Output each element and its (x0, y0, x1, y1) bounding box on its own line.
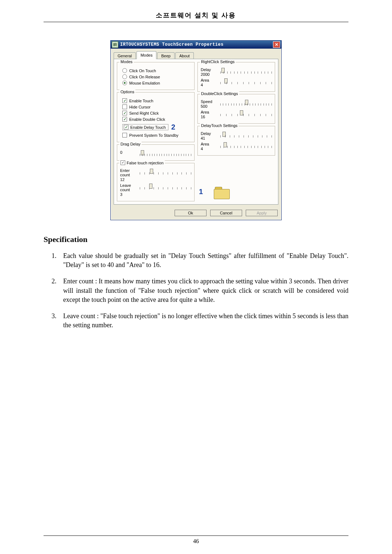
rightclick-group: RightClick Settings Delay 2000 (197, 62, 275, 92)
tab-about[interactable]: About (175, 52, 194, 59)
rightclick-delay-value: 2000 (201, 72, 217, 77)
dialog-button-row: Ok Cancel Apply (111, 208, 281, 220)
option-label: Enable Double Click (129, 117, 165, 122)
radio-icon (122, 74, 127, 79)
leave-count-slider[interactable]: Leave count 3 (120, 183, 191, 197)
enter-count-label: Enter count (120, 168, 137, 177)
checkbox-icon: ✓ (124, 125, 128, 130)
right-column: RightClick Settings Delay 2000 (197, 62, 275, 201)
slider-track[interactable] (140, 169, 191, 175)
mode-click-on-release[interactable]: Click On Release (122, 74, 191, 79)
slider-track[interactable] (140, 151, 191, 156)
spec-list: Each value should be gradually set in "D… (44, 251, 348, 330)
option-label: Send Right Click (129, 111, 159, 115)
checkbox-icon: ✓ (122, 111, 127, 115)
left-column: Modes Click On Touch Click On Release Mo… (117, 62, 195, 201)
enter-count-value: 12 (120, 177, 137, 182)
option-label: Hide Cursor (129, 105, 151, 109)
doubleclick-area-slider[interactable]: Area 16 (201, 110, 272, 119)
apply-button[interactable]: Apply (246, 210, 278, 216)
spec-item-1: Each value should be gradually set in "D… (58, 251, 348, 270)
option-send-right-click[interactable]: ✓ Send Right Click (122, 111, 191, 115)
spec-heading: Specification (44, 235, 348, 244)
delaytouch-area-label: Area (201, 142, 217, 146)
checkbox-icon: ✓ (122, 117, 127, 122)
option-enable-delay-touch[interactable]: ✓ Enable Delay Touch 2 (122, 123, 191, 131)
radio-icon (122, 68, 127, 73)
tab-modes[interactable]: Modes (136, 51, 156, 59)
spec-item-3: Leave count : "False touch rejection" is… (58, 312, 348, 330)
mode-mouse-emulation[interactable]: Mouse Emulation (122, 81, 191, 85)
drag-delay-slider[interactable]: 0 (120, 150, 191, 156)
tab-strip: General Modes Beep About (111, 49, 281, 59)
slider-track[interactable] (220, 111, 272, 116)
modes-group: Modes Click On Touch Click On Release Mo… (117, 62, 195, 90)
doubleclick-area-label: Area (201, 110, 217, 114)
slider-track[interactable] (220, 143, 272, 148)
tab-general[interactable]: General (114, 52, 136, 59)
annotation-1: 1 (199, 188, 203, 196)
leave-count-label: Leave count (120, 183, 137, 192)
ok-button[interactable]: Ok (175, 210, 207, 216)
delaytouch-delay-label: Delay (201, 131, 217, 136)
modes-legend: Modes (119, 59, 134, 64)
doubleclick-area-value: 16 (201, 115, 217, 119)
rightclick-delay-slider[interactable]: Delay 2000 (201, 67, 272, 77)
rightclick-area-label: Area (201, 78, 217, 82)
mode-click-on-touch[interactable]: Click On Touch (122, 68, 191, 73)
slider-track[interactable] (220, 69, 272, 74)
option-enable-touch[interactable]: ✓ Enable Touch (122, 98, 191, 103)
doubleclick-speed-value: 500 (201, 104, 217, 108)
slider-track[interactable] (220, 132, 272, 138)
delaytouch-area-slider[interactable]: Area 4 (201, 142, 272, 151)
window-close-button[interactable]: ✕ (273, 41, 280, 48)
options-group: Options ✓ Enable Touch Hide Cursor ✓ Sen… (117, 92, 195, 142)
checkbox-icon: ✓ (122, 98, 127, 103)
doubleclick-speed-label: Speed (201, 99, 217, 104)
slider-track[interactable] (220, 100, 272, 106)
rightclick-area-value: 4 (201, 83, 217, 87)
option-label: Enable Touch (129, 99, 153, 103)
enter-count-slider[interactable]: Enter count 12 (120, 168, 191, 182)
checkbox-icon (122, 104, 127, 109)
radio-label: Mouse Emulation (129, 81, 160, 85)
properties-dialog: IR IRTOUCHSYSTEMS TouchScreen Properties… (110, 40, 282, 220)
page-number: 46 (44, 535, 348, 545)
delaytouch-delay-slider[interactable]: Delay 41 (201, 131, 272, 140)
option-label: Prevent System To Standby (129, 133, 179, 138)
option-prevent-standby[interactable]: Prevent System To Standby (122, 133, 191, 138)
folder-icon[interactable] (214, 187, 230, 199)
option-label: Enable Delay Touch (130, 125, 166, 130)
rightclick-legend: RightClick Settings (200, 59, 236, 64)
options-legend: Options (119, 90, 135, 94)
page-header: 소프트웨어 설치 및 사용 (44, 11, 348, 22)
false-touch-legend[interactable]: ✓ False touch rejection (119, 160, 165, 165)
drag-delay-group: Drag Delay 0 (117, 144, 195, 161)
delaytouch-legend: DelayTouch Settings (200, 123, 238, 128)
checkbox-icon: ✓ (121, 160, 125, 165)
doubleclick-speed-slider[interactable]: Speed 500 (201, 99, 272, 108)
option-hide-cursor[interactable]: Hide Cursor (122, 104, 191, 109)
cancel-button[interactable]: Cancel (210, 210, 242, 216)
delaytouch-group: DelayTouch Settings Delay 41 (197, 126, 275, 156)
title-bar: IR IRTOUCHSYSTEMS TouchScreen Properties… (111, 41, 281, 49)
false-touch-legend-text: False touch rejection (127, 161, 164, 165)
drag-delay-legend: Drag Delay (119, 142, 142, 146)
rightclick-area-slider[interactable]: Area 4 (201, 78, 272, 87)
radio-label: Click On Release (129, 75, 160, 79)
annotation-2: 2 (171, 123, 175, 131)
slider-track[interactable] (140, 184, 191, 189)
slider-track[interactable] (220, 79, 272, 84)
delaytouch-delay-value: 41 (201, 136, 217, 140)
drag-delay-value: 0 (120, 150, 137, 155)
rightclick-delay-label: Delay (201, 67, 217, 72)
radio-label: Click On Touch (129, 69, 156, 73)
option-enable-double-click[interactable]: ✓ Enable Double Click (122, 117, 191, 122)
checkbox-icon (122, 133, 127, 138)
doubleclick-legend: DoubleClick Settings (200, 91, 239, 96)
delaytouch-area-value: 4 (201, 147, 217, 151)
tab-beep[interactable]: Beep (157, 52, 175, 59)
window-title: IRTOUCHSYSTEMS TouchScreen Properties (120, 42, 273, 47)
tab-panel-modes: Modes Click On Touch Click On Release Mo… (114, 59, 278, 205)
doubleclick-group: DoubleClick Settings Speed 500 (197, 94, 275, 124)
